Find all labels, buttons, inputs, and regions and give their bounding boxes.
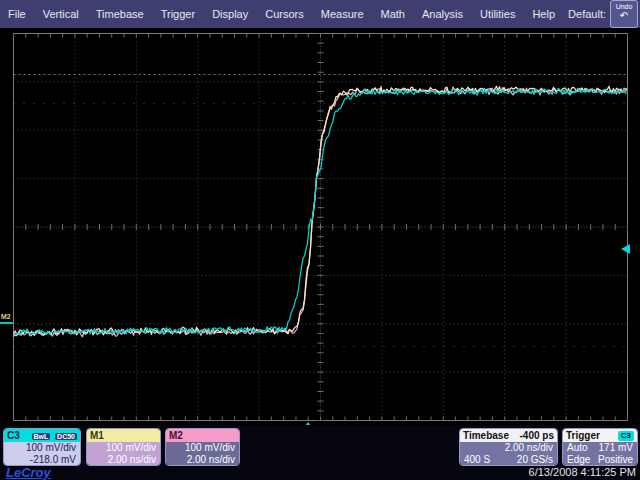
undo-button[interactable]: Undo ↶ [610, 0, 638, 28]
menu-items: File Vertical Timebase Trigger Display C… [0, 8, 568, 20]
memory-trace-indicator: M2 [1, 313, 11, 320]
trigger-source-badge: C3 [618, 431, 634, 441]
memory-m1-box[interactable]: M1 100 mV/div 2.00 ns/div [86, 428, 161, 466]
menu-analysis[interactable]: Analysis [422, 8, 463, 20]
menu-trigger[interactable]: Trigger [161, 8, 195, 20]
timebase-samples: 400 S [464, 454, 490, 466]
menu-measure[interactable]: Measure [321, 8, 364, 20]
menu-timebase[interactable]: Timebase [96, 8, 144, 20]
menu-display[interactable]: Display [212, 8, 248, 20]
timebase-title: Timebase [463, 429, 509, 442]
m2-scale: 100 mV/div [170, 442, 235, 454]
waveform-display: M2 [0, 28, 640, 425]
status-bar: C3 BwL DC50 100 mV/div -218.0 mV M1 100 … [0, 425, 640, 480]
channel-c3-box[interactable]: C3 BwL DC50 100 mV/div -218.0 mV [3, 428, 81, 466]
timebase-box[interactable]: Timebase -400 ps 2.00 ns/div 400 S 20 GS… [459, 428, 558, 466]
undo-button-label: Undo [616, 3, 633, 10]
trigger-slope: Positive [598, 454, 633, 466]
trigger-type: Edge [567, 454, 590, 466]
menu-utilities[interactable]: Utilities [480, 8, 515, 20]
c3-scale: 100 mV/div [8, 442, 76, 454]
m1-label: M1 [90, 429, 104, 442]
m1-timebase: 2.00 ns/div [91, 454, 156, 466]
c3-label: C3 [7, 429, 20, 442]
undo-arrow-icon: ↶ [611, 11, 637, 20]
menu-bar: File Vertical Timebase Trigger Display C… [0, 0, 640, 28]
trigger-title: Trigger [566, 429, 600, 442]
m1-scale: 100 mV/div [91, 442, 156, 454]
lecroy-logo: LeCroy [6, 465, 51, 480]
c3-coupling-badge: DC50 [55, 433, 77, 440]
channel-baseline-indicator [0, 322, 13, 324]
timebase-scale: 2.00 ns/div [464, 442, 553, 454]
memory-m2-box[interactable]: M2 100 mV/div 2.00 ns/div [165, 428, 240, 466]
c3-bandwidth-badge: BwL [32, 433, 51, 440]
datetime-label: 6/13/2008 4:11:25 PM [529, 466, 636, 478]
menu-help[interactable]: Help [532, 8, 555, 20]
trigger-box[interactable]: Trigger C3 Auto 171 mV Edge Positive [562, 428, 638, 466]
m2-label: M2 [169, 429, 183, 442]
menu-vertical[interactable]: Vertical [43, 8, 79, 20]
timebase-rate: 20 GS/s [517, 454, 553, 466]
trigger-level: 171 mV [599, 442, 633, 454]
m2-timebase: 2.00 ns/div [170, 454, 235, 466]
menu-cursors[interactable]: Cursors [265, 8, 304, 20]
trigger-mode: Auto [567, 442, 588, 454]
timebase-delay: -400 ps [520, 429, 554, 442]
menu-math[interactable]: Math [381, 8, 405, 20]
menu-file[interactable]: File [8, 8, 26, 20]
trigger-level-marker[interactable] [621, 244, 630, 254]
default-label: Default: [568, 8, 606, 20]
graticule-and-traces [0, 28, 640, 425]
